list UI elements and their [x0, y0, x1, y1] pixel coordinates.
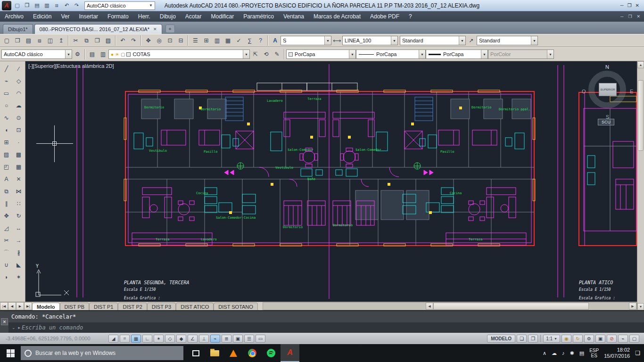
taskbar-clock[interactable]: 18:02 15/07/2016 — [604, 347, 630, 359]
vertical-scroll-thumb[interactable] — [638, 80, 644, 151]
ortho-mode-toggle[interactable]: ∟ — [142, 335, 152, 343]
zoom-previous-icon[interactable]: ⊟ — [175, 35, 186, 46]
annotation-visibility-icon[interactable]: ◉ — [561, 335, 571, 343]
scroll-down-icon[interactable]: ▼ — [637, 303, 644, 310]
gradient-icon[interactable]: ▩ — [13, 149, 25, 160]
save-icon[interactable]: ▤ — [23, 35, 34, 46]
open-icon[interactable]: ❒ — [22, 1, 32, 10]
polar-tracking-toggle[interactable]: ✶ — [154, 335, 164, 343]
cut-icon[interactable]: ✂ — [70, 35, 81, 46]
insert-block-icon[interactable]: ⊡ — [13, 124, 25, 136]
rotate-icon[interactable]: ↻ — [13, 210, 25, 222]
undo-icon[interactable]: ↶ — [62, 1, 72, 10]
zoom-realtime-icon[interactable]: ◎ — [154, 35, 165, 46]
tab-first-icon[interactable]: |◀ — [0, 302, 8, 310]
horizontal-scrollbar[interactable]: ◀ ▶ — [263, 302, 637, 310]
menu-archivo[interactable]: Archivo — [0, 11, 28, 22]
dynamic-ucs-toggle[interactable]: ⊥ — [199, 335, 209, 343]
move-icon[interactable]: ✥ — [1, 210, 12, 222]
layer-combo[interactable]: ● ☀ ▢ COTAS ▼ — [108, 49, 250, 59]
tab-next-icon[interactable]: ▶ — [16, 302, 24, 310]
menu-edici-n[interactable]: Edición — [28, 11, 56, 22]
lineweight-display-toggle[interactable]: ≣ — [222, 335, 231, 343]
workspace-settings-gear-icon[interactable]: ⚙ — [72, 49, 83, 60]
menu-formato[interactable]: Formato — [103, 11, 133, 22]
menu-herr[interactable]: Herr. — [133, 11, 155, 22]
selection-cycling-toggle[interactable]: ▭ — [256, 335, 265, 343]
quick-view-drawings-icon[interactable]: ❐ — [528, 335, 538, 343]
make-layer-current-icon[interactable]: ⇱ — [250, 49, 261, 60]
mleader-style-combo[interactable]: Standard ▼ — [477, 36, 538, 45]
menu-[interactable]: ? — [404, 11, 417, 22]
quick-view-layouts-icon[interactable]: ❏ — [517, 335, 527, 343]
system-tray-icon[interactable]: ▤ — [579, 350, 584, 356]
rectangle-icon[interactable]: ▭ — [1, 88, 12, 99]
viewcube[interactable]: SUPERIOR N S E O — [581, 66, 634, 119]
table-style-combo[interactable]: Standard ▼ — [400, 36, 466, 45]
autocad-logo-icon[interactable]: A — [2, 1, 11, 10]
multiline-text-icon[interactable]: A — [1, 173, 12, 185]
doc-restore-icon[interactable]: ❐ — [628, 14, 632, 19]
doc-minimize-icon[interactable]: ─ — [620, 14, 623, 19]
tool-palettes-icon[interactable]: ▥ — [212, 35, 223, 46]
layer-thaw-icon[interactable]: ☀ — [115, 52, 119, 57]
trim-icon[interactable]: ✂ — [1, 235, 12, 246]
infer-constraints-toggle[interactable]: ◢ — [108, 335, 118, 343]
network-icon[interactable]: ✱ — [570, 350, 574, 356]
scroll-right-icon[interactable]: ▶ — [629, 303, 636, 310]
layout-tab-modelo[interactable]: Modelo — [32, 303, 60, 310]
mirror-icon[interactable]: ⋈ — [13, 186, 25, 197]
workspace-switching-icon[interactable]: ⚙ — [584, 335, 594, 343]
model-space-button[interactable]: MODELO — [487, 335, 515, 343]
mleader-style-icon[interactable]: ↗ — [466, 35, 477, 46]
copy-icon[interactable]: ⧉ — [1, 186, 12, 197]
quick-properties-toggle[interactable]: ☰ — [244, 335, 254, 343]
break-icon[interactable]: ∦ — [13, 247, 25, 258]
layer-on-icon[interactable]: ● — [111, 52, 114, 57]
paste-icon[interactable]: ❐ — [92, 35, 103, 46]
break-at-point-icon[interactable]: ⌒ — [1, 247, 12, 258]
search-input[interactable] — [35, 350, 183, 356]
transparency-toggle[interactable]: ▣ — [233, 335, 243, 343]
viewcube-north[interactable]: N — [605, 64, 609, 70]
open-icon[interactable]: ❒ — [12, 35, 23, 46]
revision-cloud-icon[interactable]: ☁ — [13, 100, 25, 111]
properties-palette-icon[interactable]: ☰ — [190, 35, 201, 46]
vertical-scrollbar[interactable]: ▲ ▼ — [637, 61, 644, 310]
tab-last-icon[interactable]: ▶| — [24, 302, 32, 310]
layout-tab-dist-p2[interactable]: DIST P2 — [118, 303, 147, 310]
lineweight-combo[interactable]: PorCapa ▼ — [426, 49, 488, 59]
arc-icon[interactable]: ◠ — [13, 88, 25, 99]
scroll-left-icon[interactable]: ◀ — [426, 303, 433, 310]
menu-modificar[interactable]: Modificar — [206, 11, 239, 22]
viewcube-east[interactable]: E — [630, 89, 633, 94]
dim-style-combo[interactable]: LINEA_100 ▼ — [342, 36, 398, 45]
taskbar-search[interactable] — [21, 346, 183, 360]
object-snap-toggle[interactable]: ◇ — [165, 335, 175, 343]
copy-clip-icon[interactable]: ⧉ — [81, 35, 92, 46]
graphics-performance-icon[interactable]: ⌁ — [618, 335, 628, 343]
redo-icon[interactable]: ↷ — [72, 1, 82, 10]
table-icon[interactable]: ▦ — [13, 161, 25, 173]
layout-tab-dist-atico[interactable]: DIST ATICO — [176, 303, 214, 310]
annotation-autoscale-icon[interactable]: ↻ — [573, 335, 583, 343]
save-icon[interactable]: ▤ — [32, 1, 42, 10]
layer-match-icon[interactable]: ✎ — [272, 49, 282, 60]
hatch-icon[interactable]: ▨ — [1, 149, 12, 160]
join-icon[interactable]: ∪ — [1, 259, 12, 271]
menu-adobe-pdf[interactable]: Adobe PDF — [365, 11, 404, 22]
clean-screen-icon[interactable]: ▢ — [629, 335, 639, 343]
polygon-icon[interactable]: ◇ — [13, 75, 25, 87]
construction-line-icon[interactable]: ∕ — [13, 63, 25, 74]
spline-icon[interactable]: ∿ — [1, 112, 12, 123]
command-options-chevron-icon[interactable]: ⌄ — [12, 325, 16, 330]
ellipse-arc-icon[interactable]: ◖ — [1, 124, 12, 136]
undo-icon[interactable]: ↶ — [117, 35, 128, 46]
layout-tab-dist-p3[interactable]: DIST P3 — [147, 303, 176, 310]
object-snap-tracking-toggle[interactable]: ∠ — [188, 335, 198, 343]
menu-insertar[interactable]: Insertar — [74, 11, 103, 22]
polyline-icon[interactable]: ⌁ — [1, 75, 12, 87]
3d-object-snap-toggle[interactable]: ◆ — [176, 335, 186, 343]
plot-icon[interactable]: ⧈ — [34, 35, 45, 46]
plot-icon[interactable]: ⧈ — [52, 1, 62, 10]
